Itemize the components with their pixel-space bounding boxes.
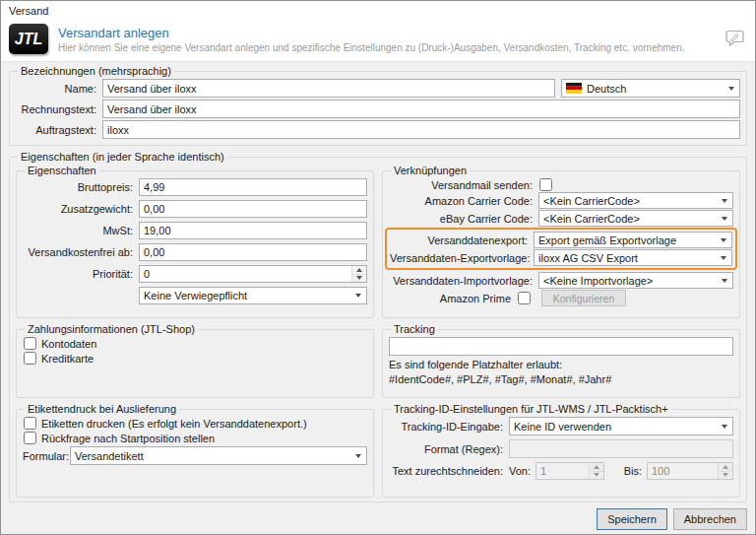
prioritaet-spinner[interactable] [139, 265, 367, 283]
mwst-row: MwSt: [23, 222, 367, 239]
etiketten-drucken-checkbox[interactable] [24, 417, 36, 430]
chevron-down-icon [350, 288, 366, 303]
formular-value: Versandetikett [75, 450, 350, 462]
mwst-input[interactable] [139, 222, 367, 239]
prioritaet-row: Priorität: [23, 265, 367, 283]
chevron-down-icon [717, 273, 732, 288]
name-input[interactable] [102, 79, 555, 98]
versandmail-row: Versandmail senden: [389, 178, 733, 191]
tracking-hint: Es sind folgende Platzhalter erlaubt: [389, 359, 733, 370]
group-eigenschaften-outer-legend: Eigenschaften (in jeder Sprache identisc… [18, 151, 227, 163]
format-regex-row: Format (Regex): [389, 439, 733, 458]
rechnungstext-input[interactable] [102, 100, 740, 118]
ebay-carrier-row: eBay Carrier Code: <Kein CarrierCode> [389, 210, 733, 227]
kontodaten-checkbox[interactable] [24, 337, 36, 350]
versanddatenexport-select[interactable]: Export gemäß Exportvorlage [534, 232, 732, 248]
ebay-carrier-value: <Kein CarrierCode> [543, 213, 717, 225]
formular-label: Formular: [23, 450, 70, 462]
zusatzgewicht-row: Zusatzgewicht: [23, 200, 367, 218]
group-tracking-id-legend: Tracking-ID-Einstellungen für JTL-WMS / … [391, 403, 671, 415]
zurechtschneiden-label: Text zurechtschneiden: [389, 465, 509, 477]
group-tracking: Tracking Es sind folgende Platzhalter er… [382, 323, 740, 398]
feedback-bubble-icon[interactable] [725, 30, 745, 49]
importvorlage-row: Versanddaten-Importvorlage: <Keine Impor… [389, 272, 733, 289]
von-label: Von: [509, 465, 536, 477]
group-eigenschaften-legend: Eigenschaften [25, 165, 99, 176]
verwiegepflicht-row: Keine Verwiegepflicht [23, 287, 367, 304]
page-title: Versandart anlegen [58, 26, 718, 40]
formular-select[interactable]: Versandetikett [70, 446, 367, 465]
speichern-button[interactable]: Speichern [597, 508, 667, 530]
auftragstext-input[interactable] [102, 120, 740, 139]
bis-input [648, 463, 718, 479]
exportvorlage-select[interactable]: iloxx AG CSV Export [534, 249, 732, 266]
tracking-id-eingabe-value: Keine ID verwenden [514, 421, 717, 433]
chevron-down-icon [717, 193, 732, 208]
konfigurieren-button: Konfigurieren [541, 290, 626, 306]
versandmail-label: Versandmail senden: [389, 179, 538, 191]
dialog-footer: Speichern Abbrechen [1, 502, 755, 535]
language-select[interactable]: Deutsch [561, 79, 740, 98]
versandkostenfrei-label: Versandkostenfrei ab: [23, 246, 139, 258]
chevron-down-icon [350, 447, 366, 464]
group-verknuepfungen: Verknüpfungen Versandmail senden: Amazon… [382, 165, 740, 318]
spinner-down-icon[interactable] [352, 274, 366, 283]
verwiegepflicht-value: Keine Verwiegepflicht [144, 290, 350, 301]
kontodaten-row: Kontodaten [23, 337, 367, 350]
importvorlage-label: Versanddaten-Importvorlage: [389, 275, 538, 287]
group-verknuepfungen-legend: Verknüpfungen [391, 165, 470, 176]
bis-label: Bis: [624, 465, 647, 477]
kreditkarte-checkbox[interactable] [24, 352, 36, 365]
prioritaet-input[interactable] [140, 266, 351, 282]
zurechtschneiden-row: Text zurechtschneiden: Von: Bis: [389, 462, 733, 480]
form-content: Bezeichnungen (mehrsprachig) Name: Deuts… [1, 62, 755, 502]
versandmail-checkbox[interactable] [539, 178, 552, 191]
spinner-down-icon [590, 471, 603, 480]
tracking-id-eingabe-select[interactable]: Keine ID verwenden [509, 417, 733, 435]
exportvorlage-value: iloxx AG CSV Export [538, 252, 716, 264]
chevron-down-icon [724, 80, 739, 97]
bruttopreis-input[interactable] [139, 178, 367, 196]
format-regex-input [509, 439, 733, 458]
kreditkarte-row: Kreditkarte [23, 352, 367, 365]
amazon-prime-row: Amazon Prime Konfigurieren [389, 290, 733, 306]
amazon-carrier-label: Amazon Carrier Code: [389, 195, 538, 207]
versandkostenfrei-input[interactable] [139, 243, 367, 261]
ebay-carrier-select[interactable]: <Kein CarrierCode> [538, 210, 733, 227]
etiketten-drucken-label: Etiketten drucken (Es erfolgt kein Versa… [41, 418, 307, 430]
language-value: Deutsch [587, 83, 724, 95]
title-bar: Versand [1, 1, 755, 21]
group-bezeichnungen-legend: Bezeichnungen (mehrsprachig) [18, 65, 174, 77]
amazon-carrier-value: <Kein CarrierCode> [543, 195, 717, 207]
amazon-prime-checkbox[interactable] [518, 292, 531, 304]
header-text: Versandart anlegen Hier können Sie eine … [58, 26, 718, 53]
abbrechen-button[interactable]: Abbrechen [673, 508, 747, 530]
importvorlage-select[interactable]: <Keine Importvorlage> [538, 272, 733, 289]
kontodaten-label: Kontodaten [41, 338, 96, 350]
amazon-carrier-row: Amazon Carrier Code: <Kein CarrierCode> [389, 192, 733, 209]
group-tracking-id: Tracking-ID-Einstellungen für JTL-WMS / … [382, 403, 740, 498]
amazon-prime-label: Amazon Prime [389, 293, 517, 304]
group-eigenschaften-outer: Eigenschaften (in jeder Sprache identisc… [9, 151, 747, 502]
orange-highlight-annotation: Versanddatenexport: Export gemäß Exportv… [385, 228, 737, 270]
formular-row: Formular: Versandetikett [23, 446, 367, 465]
zusatzgewicht-input[interactable] [139, 200, 367, 218]
rueckfrage-checkbox[interactable] [24, 432, 36, 444]
versanddatenexport-value: Export gemäß Exportvorlage [538, 234, 716, 246]
von-input [536, 463, 589, 479]
spinner-up-icon[interactable] [352, 266, 366, 274]
amazon-carrier-select[interactable]: <Kein CarrierCode> [538, 192, 733, 209]
window-title: Versand [9, 5, 48, 17]
group-tracking-legend: Tracking [391, 323, 438, 335]
von-spinner [536, 462, 604, 480]
format-regex-label: Format (Regex): [389, 443, 509, 455]
spinner-up-icon [719, 463, 732, 471]
importvorlage-value: <Keine Importvorlage> [543, 275, 717, 287]
group-etikettendruck-legend: Etikettendruck bei Auslieferung [25, 403, 179, 415]
verwiegepflicht-select[interactable]: Keine Verwiegepflicht [139, 287, 367, 304]
exportvorlage-label: Versanddaten-Exportvorlage: [390, 252, 534, 264]
bruttopreis-row: Bruttopreis: [23, 178, 367, 196]
rechnungstext-label: Rechnungstext: [16, 103, 102, 115]
versanddatenexport-row: Versanddatenexport: Export gemäß Exportv… [390, 232, 732, 248]
tracking-input[interactable] [389, 337, 733, 356]
